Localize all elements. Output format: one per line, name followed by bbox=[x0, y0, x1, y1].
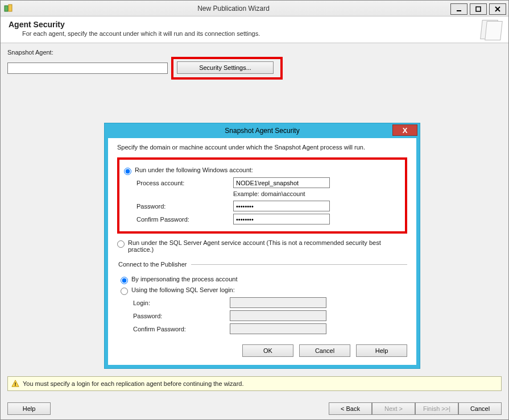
confirm-password-input[interactable] bbox=[233, 214, 330, 224]
radio-impersonate-label: By impersonating the process account bbox=[131, 276, 238, 282]
help-button[interactable]: Help bbox=[7, 402, 51, 415]
warning-strip: ! You must specify a login for each repl… bbox=[7, 376, 502, 391]
minimize-button[interactable] bbox=[450, 3, 467, 15]
radio-impersonate-input[interactable] bbox=[121, 277, 128, 284]
login-input bbox=[230, 297, 326, 308]
connect-publisher-group: Connect to the Publisher By impersonatin… bbox=[117, 261, 407, 336]
wizard-content: Snapshot Agent: Security Settings... ! Y… bbox=[1, 43, 508, 419]
wizard-header: Agent Security For each agent, specify t… bbox=[1, 16, 508, 43]
dialog-ok-button[interactable]: OK bbox=[242, 344, 293, 357]
process-account-label: Process account: bbox=[136, 180, 233, 186]
finish-button: Finish >>| bbox=[415, 402, 458, 415]
dialog-body: Specify the domain or machine account un… bbox=[105, 138, 420, 368]
publisher-confirm-password-label: Confirm Password: bbox=[133, 326, 230, 332]
snapshot-agent-row: Security Settings... bbox=[7, 57, 502, 80]
page-title: Agent Security bbox=[9, 20, 500, 29]
radio-impersonate[interactable]: By impersonating the process account bbox=[121, 276, 407, 284]
header-graphic-icon bbox=[478, 19, 504, 41]
wizard-footer: Help < Back Next > Finish >>| Cancel bbox=[1, 398, 508, 419]
cancel-button[interactable]: Cancel bbox=[458, 402, 502, 415]
snapshot-agent-security-dialog: Snapshot Agent Security X Specify the do… bbox=[104, 123, 420, 369]
dialog-cancel-button[interactable]: Cancel bbox=[299, 344, 350, 357]
window-title: New Publication Wizard bbox=[16, 5, 450, 13]
app-icon bbox=[4, 4, 13, 13]
dialog-intro: Specify the domain or machine account un… bbox=[117, 144, 407, 151]
svg-rect-1 bbox=[9, 5, 12, 11]
window-titlebar: New Publication Wizard bbox=[1, 1, 508, 16]
publisher-password-label: Password: bbox=[133, 313, 230, 319]
close-button[interactable] bbox=[489, 3, 506, 15]
radio-windows-account-label: Run under the following Windows account: bbox=[135, 167, 253, 173]
password-label: Password: bbox=[136, 203, 233, 210]
process-account-example: Example: domain\account bbox=[233, 190, 399, 197]
snapshot-agent-input[interactable] bbox=[7, 63, 168, 74]
security-settings-highlight: Security Settings... bbox=[171, 57, 283, 80]
radio-windows-account[interactable]: Run under the following Windows account: bbox=[124, 167, 399, 175]
connect-publisher-legend: Connect to the Publisher bbox=[117, 261, 191, 268]
process-account-input[interactable] bbox=[233, 177, 330, 188]
warning-text: You must specify a login for each replic… bbox=[23, 380, 244, 387]
radio-windows-account-input[interactable] bbox=[124, 168, 131, 175]
password-input[interactable] bbox=[233, 201, 330, 211]
radio-sql-agent-account-input[interactable] bbox=[117, 240, 125, 248]
confirm-password-label: Confirm Password: bbox=[136, 216, 233, 223]
window-buttons bbox=[450, 2, 508, 15]
radio-sql-login-label: Using the following SQL Server login: bbox=[131, 286, 235, 293]
security-settings-button[interactable]: Security Settings... bbox=[177, 61, 274, 74]
wizard-window: New Publication Wizard Agent Security Fo… bbox=[0, 0, 509, 420]
dialog-buttons: OK Cancel Help bbox=[117, 344, 407, 357]
dialog-close-button[interactable]: X bbox=[392, 124, 417, 136]
svg-text:!: ! bbox=[15, 381, 16, 387]
radio-sql-agent-account[interactable]: Run under the SQL Server Agent service a… bbox=[117, 239, 407, 253]
next-button: Next > bbox=[372, 402, 415, 415]
radio-sql-agent-account-label: Run under the SQL Server Agent service a… bbox=[128, 239, 407, 253]
windows-account-highlight: Run under the following Windows account:… bbox=[117, 157, 407, 234]
radio-sql-login-input[interactable] bbox=[121, 288, 128, 295]
login-label: Login: bbox=[133, 300, 230, 306]
warning-icon: ! bbox=[11, 380, 19, 388]
dialog-help-button[interactable]: Help bbox=[356, 344, 407, 357]
maximize-button[interactable] bbox=[470, 3, 487, 15]
svg-rect-3 bbox=[476, 7, 481, 11]
radio-sql-login[interactable]: Using the following SQL Server login: bbox=[121, 286, 407, 295]
back-button[interactable]: < Back bbox=[329, 402, 372, 415]
page-subtitle: For each agent, specify the account unde… bbox=[22, 30, 500, 37]
svg-rect-0 bbox=[5, 6, 8, 11]
dialog-titlebar: Snapshot Agent Security X bbox=[105, 123, 420, 138]
dialog-title: Snapshot Agent Security bbox=[105, 127, 420, 135]
snapshot-agent-label: Snapshot Agent: bbox=[7, 49, 502, 56]
publisher-confirm-password-input bbox=[230, 323, 326, 334]
publisher-password-input bbox=[230, 310, 326, 321]
